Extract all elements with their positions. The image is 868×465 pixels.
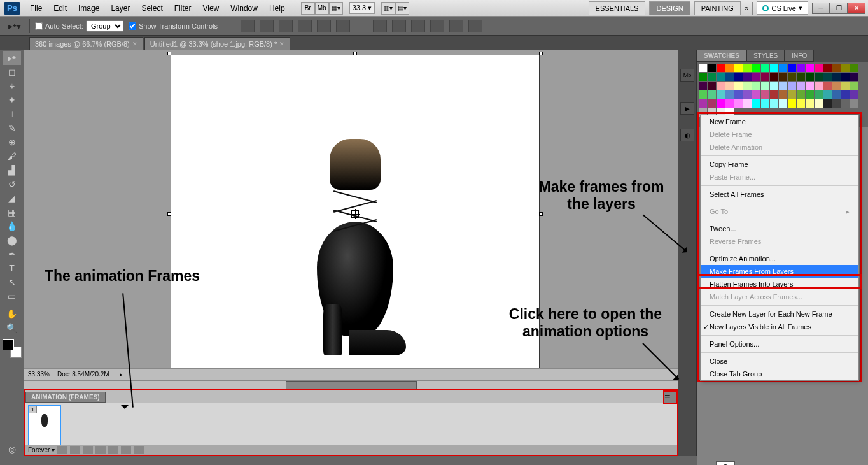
menu-item[interactable]: New Frame bbox=[701, 115, 858, 128]
swatch[interactable] bbox=[779, 82, 787, 90]
swatch[interactable] bbox=[743, 90, 752, 99]
swatch[interactable] bbox=[734, 90, 743, 99]
history-brush-tool[interactable]: ↺ bbox=[3, 177, 21, 191]
swatch[interactable] bbox=[752, 64, 760, 72]
styles-tab[interactable]: STYLES bbox=[746, 50, 785, 62]
swatches-grid[interactable] bbox=[697, 62, 868, 118]
menu-item[interactable]: Flatten Frames Into Layers bbox=[701, 278, 858, 290]
canvas-area[interactable]: 33.33% Doc: 8.54M/20.2M ▸ ANIMATION (FRA… bbox=[24, 50, 678, 456]
loop-dropdown[interactable]: Forever ▾ bbox=[28, 447, 55, 454]
close-icon[interactable]: ✕ bbox=[132, 41, 137, 47]
swatch[interactable] bbox=[779, 64, 787, 72]
swatch[interactable] bbox=[725, 64, 734, 72]
cslive-button[interactable]: CS Live ▾ bbox=[757, 1, 808, 15]
window-restore[interactable]: ❐ bbox=[830, 3, 848, 14]
menu-select[interactable]: Select bbox=[136, 1, 168, 15]
swatch[interactable] bbox=[788, 64, 796, 72]
zoom-tool[interactable]: 🔍 bbox=[3, 321, 21, 335]
workspace-design[interactable]: DESIGN bbox=[649, 1, 690, 15]
swatch[interactable] bbox=[779, 90, 787, 99]
swatch[interactable] bbox=[717, 90, 725, 99]
swatch[interactable] bbox=[761, 82, 769, 90]
pen-tool[interactable]: ✒ bbox=[3, 247, 21, 261]
swatch[interactable] bbox=[832, 82, 841, 90]
lasso-tool[interactable]: ⌖ bbox=[3, 79, 21, 93]
swatch[interactable] bbox=[752, 99, 760, 108]
swatch[interactable] bbox=[815, 90, 823, 99]
swatch[interactable] bbox=[734, 73, 743, 81]
swatch[interactable] bbox=[815, 82, 823, 90]
brush-tool[interactable]: 🖌 bbox=[3, 149, 21, 163]
swatch[interactable] bbox=[788, 99, 796, 108]
swatch[interactable] bbox=[797, 64, 805, 72]
menu-item[interactable]: Close Tab Group bbox=[701, 368, 858, 380]
stamp-tool[interactable]: ▟ bbox=[3, 163, 21, 177]
bridge-icon[interactable]: Br bbox=[301, 2, 315, 15]
first-frame-button[interactable] bbox=[57, 446, 67, 454]
swatch[interactable] bbox=[717, 73, 725, 81]
document-tab[interactable]: 360 images @ 66.7% (RGB/8)✕ bbox=[29, 37, 143, 50]
menu-item[interactable]: Make Frames From Layers bbox=[701, 265, 858, 278]
swatch[interactable] bbox=[699, 90, 707, 99]
align-icon[interactable] bbox=[298, 20, 312, 32]
swatch[interactable] bbox=[815, 64, 823, 72]
window-minimize[interactable]: ─ bbox=[812, 3, 830, 14]
swatch[interactable] bbox=[823, 82, 832, 90]
menu-item[interactable]: Select All Frames bbox=[701, 188, 858, 201]
swatch[interactable] bbox=[779, 99, 787, 108]
swatch[interactable] bbox=[708, 90, 716, 99]
workspace-essentials[interactable]: ESSENTIALS bbox=[589, 1, 646, 15]
eraser-tool[interactable]: ◢ bbox=[3, 191, 21, 205]
minibridge-icon[interactable]: Mb bbox=[315, 2, 329, 15]
gradient-tool[interactable]: ▦ bbox=[3, 205, 21, 219]
marquee-tool[interactable]: ◻ bbox=[3, 65, 21, 79]
swatch[interactable] bbox=[734, 82, 743, 90]
zoom-dropdown[interactable]: 33.3 ▾ bbox=[349, 2, 375, 14]
swatch[interactable] bbox=[770, 64, 778, 72]
minibridge-collapsed-icon[interactable]: Mb bbox=[680, 69, 694, 82]
auto-select-option[interactable]: Auto-Select: Group bbox=[35, 20, 123, 32]
new-frame-button[interactable] bbox=[121, 446, 131, 454]
quickmask-tool[interactable]: ◎ bbox=[3, 442, 21, 456]
swatch[interactable] bbox=[823, 73, 832, 81]
swatch[interactable] bbox=[717, 64, 725, 72]
workspace-painting[interactable]: PAINTING bbox=[694, 1, 741, 15]
swatch[interactable] bbox=[797, 73, 805, 81]
menu-help[interactable]: Help bbox=[263, 1, 291, 15]
swatch[interactable] bbox=[770, 90, 778, 99]
swatch[interactable] bbox=[832, 64, 841, 72]
swatch[interactable] bbox=[717, 82, 725, 90]
menu-image[interactable]: Image bbox=[73, 1, 105, 15]
menu-item[interactable]: Tween... bbox=[701, 222, 858, 235]
distribute-icon[interactable] bbox=[411, 20, 425, 32]
swatch[interactable] bbox=[850, 82, 858, 90]
show-transform-checkbox[interactable] bbox=[129, 22, 136, 30]
screen-mode-icon[interactable]: ▦▾ bbox=[329, 2, 343, 15]
align-icon[interactable] bbox=[260, 20, 274, 32]
next-frame-button[interactable] bbox=[95, 446, 106, 454]
menu-filter[interactable]: Filter bbox=[169, 1, 197, 15]
swatch[interactable] bbox=[743, 82, 752, 90]
swatch[interactable] bbox=[743, 99, 752, 108]
swatch[interactable] bbox=[779, 73, 787, 81]
swatch[interactable] bbox=[708, 82, 716, 90]
info-tab[interactable]: INFO bbox=[785, 50, 814, 62]
swatch[interactable] bbox=[725, 90, 734, 99]
align-icon[interactable] bbox=[336, 20, 350, 32]
panel-collapsed-icon[interactable]: ◐ bbox=[680, 129, 694, 141]
swatch[interactable] bbox=[725, 73, 734, 81]
hand-tool[interactable]: ✋ bbox=[3, 307, 21, 321]
swatch[interactable] bbox=[699, 64, 707, 72]
window-close[interactable]: ✕ bbox=[848, 3, 865, 14]
swatch[interactable] bbox=[815, 99, 823, 108]
animation-frame[interactable]: 1 0 sec. bbox=[28, 405, 61, 446]
swatch[interactable] bbox=[850, 90, 858, 99]
swatch[interactable] bbox=[752, 73, 760, 81]
align-icon[interactable] bbox=[317, 20, 331, 32]
swatch[interactable] bbox=[823, 90, 832, 99]
panel-menu-button[interactable]: ≡ bbox=[663, 390, 677, 404]
swatch[interactable] bbox=[708, 99, 716, 108]
swatch[interactable] bbox=[699, 99, 707, 108]
distribute-icon[interactable] bbox=[373, 20, 387, 32]
swatch[interactable] bbox=[797, 82, 805, 90]
